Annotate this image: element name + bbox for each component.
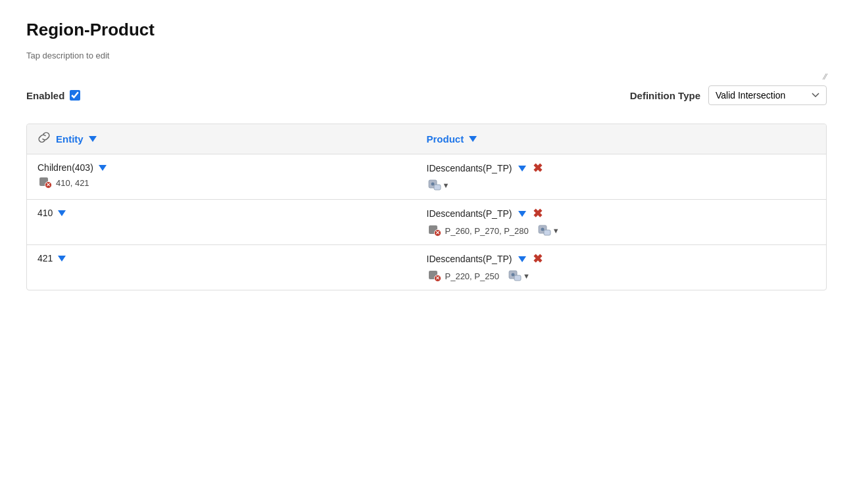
entity-col-label: Entity <box>56 133 84 145</box>
definition-type-select[interactable]: Valid Intersection All Combinations Excl… <box>708 85 827 105</box>
enabled-row: Enabled <box>26 90 80 101</box>
page-title: Region-Product <box>26 20 827 40</box>
product-col-filter[interactable] <box>469 136 477 142</box>
svg-rect-8 <box>514 275 521 281</box>
enabled-checkbox[interactable] <box>70 90 80 101</box>
table-row: Children(403) ✕ 410, 421 IDescendants(P_… <box>27 154 826 200</box>
product-cell-3: IDescendants(P_TP) ✖ ✕ P_220, P_250 <box>427 253 816 282</box>
product-settings-icon-2[interactable]: ▼ <box>538 225 560 237</box>
col-header-product: Product <box>427 133 816 145</box>
entity-cell-1: Children(403) ✕ 410, 421 <box>37 162 427 189</box>
product-col-label: Product <box>427 133 464 145</box>
entity-main-2: 410 <box>37 208 53 218</box>
entity-dropdown-3[interactable] <box>58 256 66 262</box>
svg-point-7 <box>511 273 514 277</box>
exclude-icon-1[interactable]: ✕ <box>39 177 52 189</box>
definition-type-label: Definition Type <box>630 90 700 101</box>
entity-col-filter[interactable] <box>89 136 97 142</box>
product-main-1: IDescendants(P_TP) <box>427 163 512 173</box>
product-settings-icon-3[interactable]: ▼ <box>508 270 530 282</box>
entity-sub-1: 410, 421 <box>56 178 89 188</box>
entity-dropdown-1[interactable] <box>99 165 107 171</box>
table-header: Entity Product <box>27 124 826 154</box>
delete-button-3[interactable]: ✖ <box>533 253 543 265</box>
edit-icon[interactable]: ∕∕ <box>824 72 827 81</box>
controls-row: Enabled Definition Type Valid Intersecti… <box>26 85 827 105</box>
product-main-2: IDescendants(P_TP) <box>427 208 512 219</box>
svg-rect-2 <box>434 185 441 190</box>
delete-button-1[interactable]: ✖ <box>533 162 543 174</box>
col-header-entity: Entity <box>37 131 427 147</box>
product-dropdown-3[interactable] <box>518 256 526 262</box>
entity-cell-2: 410 <box>37 208 427 218</box>
product-settings-icon-1[interactable]: ▼ <box>428 179 450 191</box>
product-dropdown-2[interactable] <box>518 211 526 217</box>
table-row: 421 IDescendants(P_TP) ✖ ✕ P_220, P_250 <box>27 245 826 290</box>
entity-main-3: 421 <box>37 253 53 263</box>
definition-type-row: Definition Type Valid Intersection All C… <box>630 85 827 105</box>
description-hint[interactable]: Tap description to edit <box>26 51 827 60</box>
entity-main-1: Children(403) <box>37 162 93 173</box>
svg-point-4 <box>541 228 544 231</box>
entity-dropdown-2[interactable] <box>58 210 66 216</box>
product-sub-2: P_260, P_270, P_280 <box>445 226 529 236</box>
delete-button-2[interactable]: ✖ <box>533 208 543 219</box>
entity-cell-3: 421 <box>37 253 427 263</box>
intersection-table: Entity Product Children(403) ✕ 410, 421 <box>26 124 827 290</box>
svg-rect-5 <box>544 230 550 235</box>
link-icon <box>37 131 51 147</box>
product-sub-3: P_220, P_250 <box>445 271 499 281</box>
exclude-icon-3[interactable]: ✕ <box>428 270 441 282</box>
product-dropdown-1[interactable] <box>518 166 526 172</box>
enabled-label: Enabled <box>26 90 64 101</box>
product-cell-1: IDescendants(P_TP) ✖ ▼ <box>427 162 816 191</box>
exclude-icon-2[interactable]: ✕ <box>428 225 441 237</box>
product-cell-2: IDescendants(P_TP) ✖ ✕ P_260, P_270, P_2… <box>427 208 816 237</box>
product-main-3: IDescendants(P_TP) <box>427 254 512 264</box>
table-row: 410 IDescendants(P_TP) ✖ ✕ P_260, P_270,… <box>27 200 826 245</box>
svg-point-1 <box>431 183 434 186</box>
